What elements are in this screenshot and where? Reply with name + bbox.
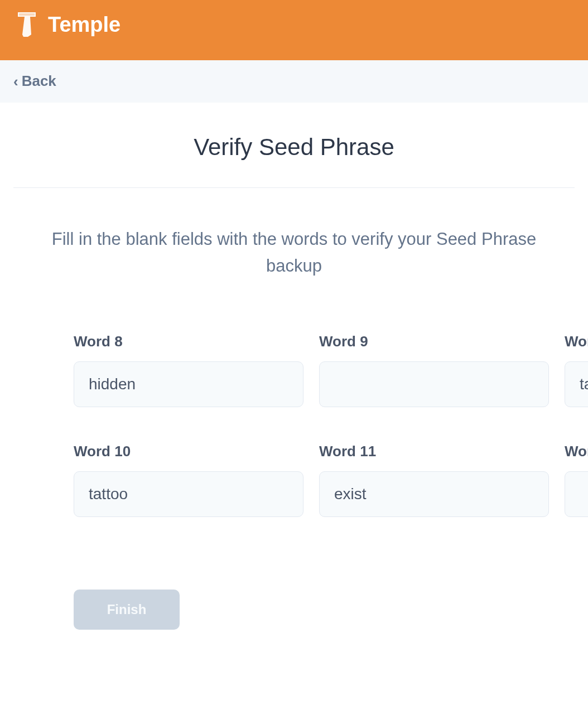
chevron-left-icon: ‹ xyxy=(13,74,18,89)
temple-logo-icon xyxy=(13,10,40,39)
back-button[interactable]: ‹ Back xyxy=(13,73,56,90)
back-bar: ‹ Back xyxy=(0,60,588,103)
word-input-11[interactable] xyxy=(319,471,549,517)
word-item: Word 10 xyxy=(74,443,303,517)
word-label: Word 11 xyxy=(319,443,549,460)
word-label: Word 9 xyxy=(319,333,549,350)
word-item: Word 11 xyxy=(319,443,549,517)
app-name: Temple xyxy=(48,13,121,37)
word-label: Word 10 xyxy=(74,443,303,460)
app-header: Temple xyxy=(0,0,588,60)
page-title: Verify Seed Phrase xyxy=(13,134,575,188)
logo: Temple xyxy=(13,10,121,39)
word-label: Word 10 xyxy=(565,333,588,350)
word-item: Word 10 xyxy=(565,333,588,407)
word-item: Word 9 xyxy=(319,333,549,407)
instructions-text: Fill in the blank fields with the words … xyxy=(13,226,575,279)
word-item: Word 12 xyxy=(565,443,588,517)
word-input-10b[interactable] xyxy=(74,471,303,517)
word-label: Word 12 xyxy=(565,443,588,460)
finish-button[interactable]: Finish xyxy=(74,590,180,630)
word-input-8[interactable] xyxy=(74,361,303,407)
word-item: Word 8 xyxy=(74,333,303,407)
word-grid: Word 8 Word 9 Word 10 Word 10 Word 11 Wo… xyxy=(13,333,575,517)
word-input-10a[interactable] xyxy=(565,361,588,407)
main-content: Verify Seed Phrase Fill in the blank fie… xyxy=(0,103,588,630)
word-label: Word 8 xyxy=(74,333,303,350)
back-label: Back xyxy=(22,73,56,90)
word-input-12[interactable] xyxy=(565,471,588,517)
word-input-9[interactable] xyxy=(319,361,549,407)
